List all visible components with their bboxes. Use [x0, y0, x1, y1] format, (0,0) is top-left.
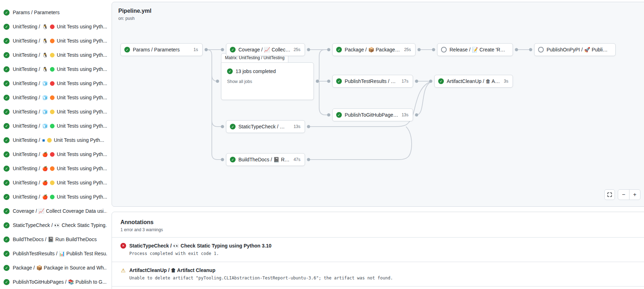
- node-label: Params / Parameters: [133, 47, 191, 52]
- sidebar-job-item[interactable]: ✓ BuildTheDocs / 📓 Run BuildTheDocs: [0, 232, 110, 246]
- pipeline-node[interactable]: ✓ BuildTheDocs / 📓 Run Buil... 47s: [226, 153, 305, 166]
- fullscreen-button[interactable]: [604, 189, 615, 200]
- os-icon: 🐧: [42, 24, 48, 29]
- sidebar-job-item[interactable]: ✓ UnitTesting / ■ Unit Tests using Pyth.…: [0, 133, 110, 147]
- annotation-message: Process completed with exit code 1.: [129, 251, 641, 256]
- node-label: PublishToGitHubPages / 📚 ...: [345, 112, 399, 118]
- job-step-label: Unit Tests using Pyth...: [57, 95, 107, 100]
- job-name: UnitTesting /: [13, 80, 40, 86]
- os-icon: 🧊: [42, 95, 48, 100]
- annotation-item: ⚠ ArtifactCleanUp / 🗑 Artifact Cleanup U…: [112, 262, 644, 286]
- sidebar-job-item[interactable]: ✓ Coverage / 📈 Collect Coverage Data usi…: [0, 204, 110, 218]
- graph-zoom-controls: − +: [604, 189, 640, 200]
- pipeline-node[interactable]: ✓ ArtifactCleanUp / 🗑 Artifac... 3s: [434, 75, 513, 88]
- sidebar-job-item[interactable]: ✓ UnitTesting / 🍎 Unit Tests using Pyth.…: [0, 161, 110, 176]
- matrix-body[interactable]: ✓ 13 jobs completed Show all jobs: [221, 62, 314, 100]
- job-label: UnitTesting / 🍎 Unit Tests using Pyth...: [13, 180, 107, 185]
- show-all-jobs-link[interactable]: Show all jobs: [227, 79, 308, 84]
- success-check-icon: ✓: [230, 124, 236, 129]
- sidebar-job-item[interactable]: ✓ UnitTesting / 🐧 Unit Tests using Pyth.…: [0, 20, 110, 34]
- sidebar-job-item[interactable]: ✓ StaticTypeCheck / 👀 Check Static Typin…: [0, 218, 110, 232]
- success-check-icon: ✓: [4, 95, 10, 101]
- node-duration: 25s: [404, 47, 411, 52]
- success-check-icon: ✓: [4, 208, 10, 214]
- matrix-group: Matrix: UnitTesting / UnitTesting ✓ 13 j…: [221, 53, 314, 100]
- pipeline-node[interactable]: ✓ Params / Parameters 1s: [120, 43, 203, 56]
- node-duration: 17s: [402, 79, 408, 84]
- annotation-title[interactable]: ✕ StaticTypeCheck / 👀 Check Static Typin…: [120, 243, 641, 249]
- job-name: UnitTesting /: [13, 109, 40, 115]
- job-step-label: Unit Tests using Pyth...: [57, 166, 107, 171]
- warning-triangle-icon: ⚠: [120, 268, 126, 273]
- os-icon: 🍎: [42, 152, 48, 157]
- job-label: UnitTesting / 🍎 Unit Tests using Pyth...: [13, 151, 107, 157]
- success-check-icon: ✓: [336, 78, 342, 84]
- success-check-icon: ✓: [4, 180, 10, 186]
- job-name: UnitTesting /: [13, 66, 40, 72]
- success-check-icon: ✓: [336, 47, 342, 52]
- python-version-dot-icon: [50, 24, 55, 29]
- sidebar-job-item[interactable]: ✓ PublishTestResults / 📊 Publish Test Re…: [0, 246, 110, 261]
- job-label: UnitTesting / 🧊 Unit Tests using Pyth...: [13, 109, 107, 115]
- job-name: UnitTesting /: [13, 24, 40, 29]
- zoom-in-button[interactable]: +: [629, 190, 640, 200]
- node-label: PublishTestResults / 📊 Pu...: [345, 78, 399, 84]
- job-name: BuildTheDocs / 📓 Run BuildTheDocs: [13, 237, 97, 242]
- job-name: UnitTesting /: [13, 166, 40, 171]
- sidebar-job-item[interactable]: ✓ UnitTesting / 🐧 Unit Tests using Pyth.…: [0, 62, 110, 76]
- job-name: PublishTestResults / 📊 Publish Test Resu…: [13, 251, 107, 256]
- job-name: UnitTesting /: [13, 38, 40, 44]
- sidebar-job-item[interactable]: ✓ UnitTesting / 🐧 Unit Tests using Pyth.…: [0, 48, 110, 62]
- os-icon: 🍎: [42, 166, 48, 171]
- job-name: UnitTesting /: [13, 123, 40, 129]
- sidebar-job-item[interactable]: ✓ UnitTesting / 🐧 Unit Tests using Pyth.…: [0, 34, 110, 48]
- job-label: StaticTypeCheck / 👀 Check Static Typing.…: [13, 222, 107, 228]
- job-step-label: Unit Tests using Pyth...: [57, 80, 107, 86]
- job-name: Params / Parameters: [13, 10, 60, 15]
- pipeline-node[interactable]: ✓ PublishToGitHubPages / 📚 ... 13s: [332, 109, 413, 121]
- job-name: UnitTesting /: [13, 137, 40, 143]
- sidebar-job-item[interactable]: ✓ Package / 📦 Package in Source and Wh..…: [0, 261, 110, 275]
- job-label: BuildTheDocs / 📓 Run BuildTheDocs: [13, 237, 97, 242]
- job-name: PublishToGitHubPages / 📚 Publish to G...: [13, 279, 107, 285]
- job-label: PublishTestResults / 📊 Publish Test Resu…: [13, 251, 107, 256]
- pipeline-edges: [112, 2, 644, 207]
- success-check-icon: ✓: [4, 237, 10, 243]
- sidebar-job-item[interactable]: ✓ UnitTesting / 🧊 Unit Tests using Pyth.…: [0, 76, 110, 90]
- pipeline-node[interactable]: ✓ Package / 📦 Package in So... 25s: [332, 43, 416, 56]
- sidebar-job-item[interactable]: ✓ UnitTesting / 🍎 Unit Tests using Pyth.…: [0, 147, 110, 161]
- job-name: StaticTypeCheck / 👀 Check Static Typing.…: [13, 222, 107, 228]
- error-circle-x-icon: ✕: [120, 243, 126, 249]
- job-label: UnitTesting / 🐧 Unit Tests using Pyth...: [13, 24, 107, 29]
- job-name: UnitTesting /: [13, 95, 40, 100]
- pipeline-node[interactable]: Release / 📝 Create 'Release P...: [437, 43, 513, 56]
- node-duration: 3s: [504, 79, 508, 84]
- job-label: UnitTesting / 🧊 Unit Tests using Pyth...: [13, 80, 107, 86]
- sidebar-job-item[interactable]: ✓ PublishToGitHubPages / 📚 Publish to G.…: [0, 275, 110, 289]
- job-label: Package / 📦 Package in Source and Wh...: [13, 265, 107, 271]
- sidebar-job-item[interactable]: ✓ UnitTesting / 🧊 Unit Tests using Pyth.…: [0, 119, 110, 133]
- job-label: Params / Parameters: [13, 10, 60, 15]
- sidebar-job-item[interactable]: ✓ UnitTesting / 🍎 Unit Tests using Pyth.…: [0, 176, 110, 190]
- job-name: Package / 📦 Package in Source and Wh...: [13, 265, 107, 271]
- job-name: UnitTesting /: [13, 180, 40, 185]
- pipeline-node[interactable]: PublishOnPyPI / 🚀 Publish to ...: [534, 43, 616, 56]
- sidebar-job-item[interactable]: ✓ UnitTesting / 🧊 Unit Tests using Pyth.…: [0, 90, 110, 105]
- zoom-out-button[interactable]: −: [618, 190, 629, 200]
- node-duration: 1s: [193, 47, 198, 52]
- success-check-icon: ✓: [4, 194, 10, 200]
- annotation-title[interactable]: ⚠ ArtifactCleanUp / 🗑 Artifact Cleanup: [120, 267, 641, 273]
- skipped-circle-icon: [441, 47, 447, 52]
- job-label: UnitTesting / ■ Unit Tests using Pyth...: [13, 137, 104, 143]
- pipeline-node[interactable]: ✓ StaticTypeCheck / 👀 Chec... 13s: [226, 120, 305, 133]
- sidebar-job-item[interactable]: ✓ UnitTesting / 🧊 Unit Tests using Pyth.…: [0, 105, 110, 119]
- sidebar-job-item[interactable]: ✓ UnitTesting / 🍎 Unit Tests using Pyth.…: [0, 190, 110, 204]
- python-version-dot-icon: [50, 67, 55, 72]
- python-version-dot-icon: [50, 110, 55, 114]
- sidebar-job-item[interactable]: ✓ Params / Parameters: [0, 5, 110, 20]
- annotation-job-name: ArtifactCleanUp / 🗑 Artifact Cleanup: [129, 267, 215, 273]
- pipeline-node[interactable]: ✓ Coverage / 📈 Collect Cove... 25s: [226, 43, 305, 56]
- pipeline-node[interactable]: ✓ PublishTestResults / 📊 Pu... 17s: [332, 75, 413, 88]
- job-label: UnitTesting / 🍎 Unit Tests using Pyth...: [13, 194, 107, 200]
- success-check-icon: ✓: [230, 47, 236, 52]
